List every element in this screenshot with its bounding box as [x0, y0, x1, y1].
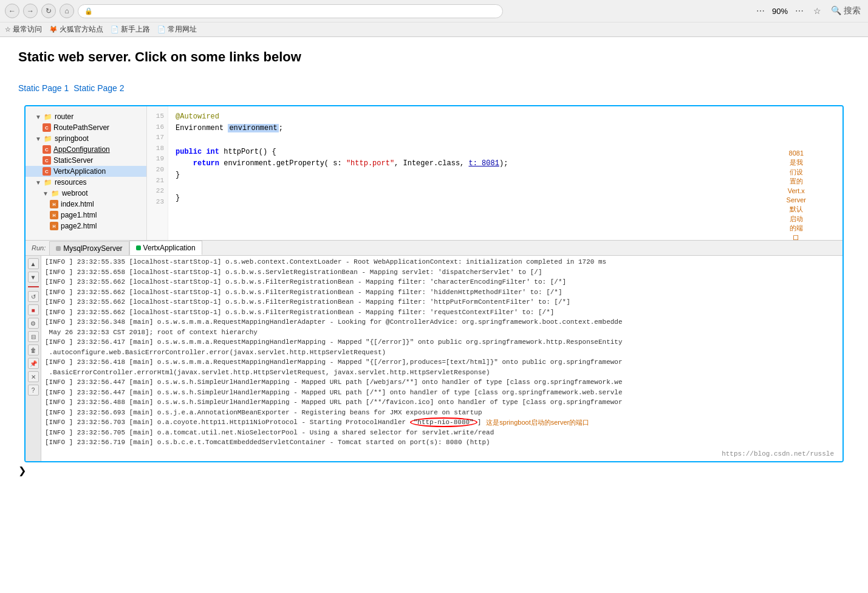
console-down-btn[interactable]: ▼ [28, 272, 39, 283]
console-output: [INFO ] 23:32:55.335 [localhost-startSto… [41, 256, 842, 461]
tree-item-page2-html[interactable]: H page2.html [26, 221, 146, 231]
expand-icon[interactable]: ❯ [18, 465, 26, 476]
tree-item-springboot[interactable]: ▼ 📁 springboot [26, 133, 146, 144]
static-page-1-link[interactable]: Static Page 1 [18, 83, 69, 93]
search-button[interactable]: 🔍 搜索 [829, 4, 863, 18]
tree-item-appconfiguration[interactable]: C AppConfiguration [26, 144, 146, 155]
ide-panel: ▼ 📁 router C RoutePathServer ▼ 📁 springb… [24, 105, 844, 462]
tree-item-webroot[interactable]: ▼ 📁 webroot [26, 188, 146, 199]
folder-icon-2: 📁 [44, 135, 52, 143]
console-help-btn[interactable]: ? [28, 385, 39, 396]
line-numbers: 15 16 17 18 19 20 21 22 23 [147, 106, 168, 240]
console-line-11: .BasicErrorController.errorHtml(javax.se… [45, 368, 839, 378]
tree-item-routepathserver[interactable]: C RoutePathServer [26, 122, 146, 133]
watermark: https://blog.csdn.net/russle [45, 448, 839, 461]
arrow-down-icon-4: ▼ [43, 190, 49, 197]
bookmark-beginner[interactable]: 📄 新手上路 [111, 24, 150, 35]
run-label: Run: [28, 242, 49, 254]
console-line-12: [INFO ] 23:32:56.447 [main] o.s.w.s.h.Si… [45, 377, 839, 388]
grid-icon[interactable]: ⋯ [754, 5, 767, 17]
annotation-text: 8081是我们设置的Vert.xServer默认启动的端口 [787, 149, 806, 240]
console-rerun-btn[interactable]: ↺ [28, 291, 39, 302]
html-icon: H [50, 200, 58, 208]
tree-item-staticserver[interactable]: C StaticServer [26, 155, 146, 166]
bookmark-icon-2: 📄 [111, 26, 119, 33]
tree-item-vertxapplication[interactable]: C VertxApplication [26, 166, 146, 177]
back-button[interactable]: ← [5, 4, 19, 18]
console-line-16: [INFO ] 23:32:56.703 [main] o.a.coyote.h… [45, 417, 839, 428]
html-icon-2: H [50, 211, 58, 219]
code-line-22: } [176, 193, 825, 204]
console-line-3: [INFO ] 23:32:55.662 [localhost-startSto… [45, 287, 839, 298]
lock-icon: 🔒 [84, 7, 93, 15]
console-trash-btn[interactable]: 🗑 [28, 344, 39, 355]
code-line-20: } [176, 170, 825, 181]
code-lines: @Autowired Environment environment; publ… [168, 106, 833, 240]
console-annotation-text: 这是springboot启动的server的端口 [486, 417, 589, 428]
console-line-9: .autoconfigure.web.BasicErrorController.… [45, 348, 839, 358]
code-line-18: public int httpPort() { [176, 146, 825, 158]
bookmarks-bar: ☆ 最常访问 🦊 火狐官方站点 📄 新手上路 📄 常用网址 [0, 22, 868, 36]
java-icon-3: C [43, 156, 51, 165]
console-stop-btn[interactable]: ■ [28, 304, 39, 315]
bookmark-most-visited[interactable]: ☆ 最常访问 [5, 24, 42, 35]
bookmark-common[interactable]: 📄 常用网址 [157, 24, 197, 35]
browser-chrome: ← → ↻ ⌂ 🔒 127.0.0.1:8081 ⋯ 90% ⋯ ☆ 🔍 搜索 … [0, 0, 868, 37]
java-icon-2: C [43, 145, 51, 154]
file-tree: ▼ 📁 router C RoutePathServer ▼ 📁 springb… [26, 106, 147, 240]
folder-icon-4: 📁 [51, 190, 60, 197]
code-annotation: 8081是我们设置的Vert.xServer默认启动的端口 [833, 106, 842, 240]
console-area: ▲ ▼ ↺ ■ ⚙ ⊟ 🗑 📌 ✕ ? [INFO ] 23:32:55.335… [26, 256, 842, 461]
console-line-6: [INFO ] 23:32:56.348 [main] o.s.w.s.m.m.… [45, 317, 839, 327]
console-line-1: [INFO ] 23:32:55.658 [localhost-startSto… [45, 267, 839, 278]
ide-tabs-bar: Run: MysqlProxyServer VertxApplication [26, 240, 842, 256]
refresh-button[interactable]: ↻ [41, 4, 56, 18]
folder-icon: 📁 [44, 113, 52, 121]
tab-dot-vertx [136, 245, 141, 250]
forward-button[interactable]: → [23, 4, 38, 18]
home-button[interactable]: ⌂ [60, 4, 74, 18]
console-line-10: [INFO ] 23:32:56.418 [main] o.s.w.s.m.m.… [45, 357, 839, 368]
static-page-2-link[interactable]: Static Page 2 [73, 83, 124, 93]
bookmark-firefox[interactable]: 🦊 火狐官方站点 [49, 24, 103, 35]
code-line-21 [176, 181, 825, 193]
java-icon-4: C [43, 167, 51, 176]
page-content: Static web server. Click on some links b… [0, 37, 868, 488]
tab-mysql-proxy-server[interactable]: MysqlProxyServer [49, 241, 129, 255]
code-editor: 15 16 17 18 19 20 21 22 23 @Autowired En… [147, 106, 842, 240]
console-line-5: [INFO ] 23:32:55.662 [localhost-startSto… [45, 307, 839, 318]
console-line-17: [INFO ] 23:32:56.705 [main] o.a.tomcat.u… [45, 428, 839, 438]
console-line-13: [INFO ] 23:32:56.447 [main] o.s.w.s.h.Si… [45, 388, 839, 398]
tree-item-page1-html[interactable]: H page1.html [26, 210, 146, 221]
console-line-14: [INFO ] 23:32:56.488 [main] o.s.w.s.h.Si… [45, 397, 839, 408]
tab-vertx-application[interactable]: VertxApplication [129, 241, 202, 255]
console-up-btn[interactable]: ▲ [28, 258, 39, 269]
console-settings-btn[interactable]: ⚙ [28, 318, 39, 329]
page-links: Static Page 1 Static Page 2 [18, 83, 850, 93]
console-pin-btn[interactable]: 📌 [28, 358, 39, 369]
bookmark-button[interactable]: ☆ [811, 5, 824, 17]
tree-item-index-html[interactable]: H index.html [26, 199, 146, 210]
menu-button[interactable]: ⋯ [793, 5, 806, 17]
arrow-down-icon-3: ▼ [35, 179, 41, 186]
console-layout-btn[interactable]: ⊟ [28, 331, 39, 342]
tree-item-router[interactable]: ▼ 📁 router [26, 111, 146, 122]
browser-toolbar: ← → ↻ ⌂ 🔒 127.0.0.1:8081 ⋯ 90% ⋯ ☆ 🔍 搜索 [0, 0, 868, 22]
folder-icon-3: 📁 [44, 179, 52, 187]
bottom-bar: ❯ [18, 465, 850, 476]
code-line-15: @Autowired [176, 111, 825, 123]
console-line-8: [INFO ] 23:32:56.417 [main] o.s.w.s.m.m.… [45, 337, 839, 348]
console-close-btn[interactable]: ✕ [28, 371, 39, 382]
console-line-18: [INFO ] 23:32:56.719 [main] o.s.b.c.e.t.… [45, 437, 839, 448]
java-icon: C [43, 123, 51, 132]
bookmark-icon-1: 🦊 [49, 26, 58, 33]
browser-controls-right: ⋯ 90% ⋯ ☆ 🔍 搜索 [754, 4, 863, 18]
ide-top: ▼ 📁 router C RoutePathServer ▼ 📁 springb… [26, 106, 842, 240]
tree-item-resources[interactable]: ▼ 📁 resources [26, 177, 146, 188]
console-line-2: [INFO ] 23:32:55.662 [localhost-startSto… [45, 277, 839, 287]
url-input[interactable]: 127.0.0.1:8081 [97, 7, 496, 16]
console-sidebar-buttons: ▲ ▼ ↺ ■ ⚙ ⊟ 🗑 📌 ✕ ? [26, 256, 41, 461]
page-heading: Static web server. Click on some links b… [18, 49, 850, 65]
arrow-down-icon-2: ▼ [35, 135, 41, 142]
code-line-19: return environment.getProperty( s: "http… [176, 158, 825, 170]
